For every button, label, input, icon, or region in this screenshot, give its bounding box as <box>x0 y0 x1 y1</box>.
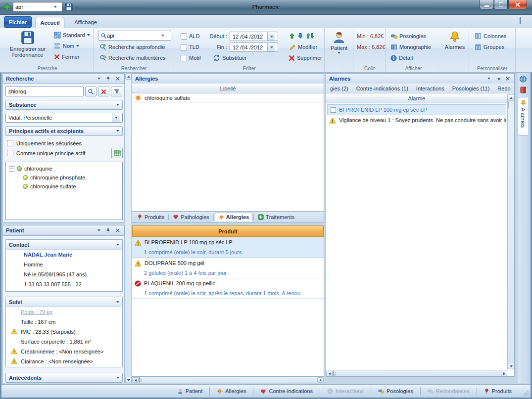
ald-checkbox[interactable]: ALD <box>179 31 201 41</box>
move-down-button[interactable] <box>298 33 303 39</box>
alarmes-autohide-tab[interactable]: Alarmes <box>518 97 528 135</box>
middle-hscrollbar[interactable] <box>132 377 324 383</box>
antecedents-section-bar[interactable]: Antécédents <box>5 373 123 383</box>
resize-grip[interactable] <box>523 390 529 396</box>
chevron-down-icon[interactable] <box>267 43 275 51</box>
tab-produits[interactable]: Produits <box>134 213 167 221</box>
panel-menu-icon[interactable] <box>95 75 102 82</box>
recherche-approfondie-button[interactable]: Recherche approfondie <box>98 42 166 52</box>
standard-button[interactable]: Standard <box>52 30 92 40</box>
tab-interactions[interactable]: Interactions <box>413 85 447 92</box>
ribbon-search-input[interactable] <box>107 33 161 39</box>
status-produits[interactable]: Produits <box>484 388 512 394</box>
libelle-column-header[interactable]: Libellé <box>132 84 324 93</box>
substance-search-box[interactable] <box>5 87 84 96</box>
tab-pathologies[interactable]: Pathologies <box>170 213 212 221</box>
minimize-button[interactable] <box>480 0 493 9</box>
suivi-section-bar[interactable]: Suivi <box>6 297 122 307</box>
poids-row[interactable]: Poids : 79 kg <box>6 307 122 317</box>
search-go-button[interactable] <box>85 87 97 96</box>
save-prescription-button[interactable]: Enregistrer sur l'ordonnance <box>5 30 50 62</box>
collapse-icon[interactable] <box>9 166 14 172</box>
reorder-button[interactable] <box>306 33 314 39</box>
tab-posologies-count[interactable]: Posologies (11) <box>449 85 493 92</box>
product-group[interactable]: DOLIPRANE 500 mg gél 2 gélules (orale) 1… <box>132 258 324 278</box>
groupes-button[interactable]: Groupes <box>473 42 506 52</box>
tab-allergies-count[interactable]: gies (2) <box>327 85 351 92</box>
principes-section-bar[interactable]: Principes actifs et excipients <box>5 126 123 136</box>
substituer-button[interactable]: Substituer <box>212 53 248 63</box>
tab-fichier[interactable]: Fichier <box>4 16 32 28</box>
alarmes-hscrollbar[interactable] <box>326 370 507 376</box>
vidal-globe-icon[interactable] <box>519 75 527 83</box>
scroll-down-button[interactable] <box>508 363 514 369</box>
ribbon-search-box[interactable] <box>98 31 171 41</box>
pin-icon[interactable] <box>104 227 112 234</box>
allergy-row[interactable]: chloroquine sulfate <box>132 93 324 103</box>
alarmes-vscrollbar[interactable] <box>507 94 514 369</box>
move-up-button[interactable] <box>290 33 294 39</box>
product-group[interactable]: BI PROFENID LP 100 mg cp séc LP 1 compri… <box>132 237 324 258</box>
panel-menu-icon[interactable] <box>485 75 492 82</box>
scroll-down-button[interactable] <box>125 377 132 383</box>
chevron-down-icon[interactable] <box>267 32 275 41</box>
status-posologies[interactable]: Posologies <box>378 388 413 394</box>
nom-button[interactable]: Nom <box>52 41 81 51</box>
detail-button[interactable]: Détail <box>389 53 414 63</box>
panel-menu-icon[interactable] <box>95 227 102 234</box>
motif-checkbox[interactable]: Motif <box>179 53 202 63</box>
fin-date-field[interactable]: 12 /04 /2012 <box>230 43 278 52</box>
close-icon[interactable] <box>114 227 121 234</box>
tab-redondances[interactable]: Redo <box>494 85 513 92</box>
tab-traitements[interactable]: Traitements <box>255 213 297 221</box>
autohide-pin-icon[interactable] <box>494 75 502 82</box>
scroll-right-button[interactable] <box>501 371 507 376</box>
chevron-down-icon[interactable] <box>112 113 120 122</box>
tab-accueil[interactable]: Accueil <box>36 17 64 28</box>
tab-allergies[interactable]: Allergies <box>215 213 252 222</box>
alarme-column-header[interactable]: Alarme <box>326 93 507 103</box>
tab-contre-indications-count[interactable]: Contre-indications (1) <box>353 85 411 92</box>
scroll-right-button[interactable] <box>317 377 324 383</box>
alarmes-button[interactable]: Alarmes <box>443 30 466 62</box>
close-icon[interactable] <box>114 75 121 82</box>
monographie-button[interactable]: Monographie <box>389 42 433 52</box>
modifier-button[interactable]: Modifier <box>288 42 319 52</box>
source-combo[interactable]: Vidal, Personnelle <box>5 113 123 123</box>
tree-item-child[interactable]: chloroquine phosphate <box>6 173 122 182</box>
alarm-group-row[interactable]: BI PROFENID LP 100 mg cp séc LP <box>327 104 506 115</box>
status-allergies[interactable]: Allergies <box>217 388 246 394</box>
left-dock-scrollbar[interactable] <box>125 73 131 383</box>
alarm-row[interactable]: Vigilance de niveau 1 : Soyez prudents. … <box>326 115 506 125</box>
supprimer-button[interactable]: Supprimer <box>287 53 324 63</box>
colonnes-button[interactable]: Colonnes <box>473 31 508 41</box>
securisees-checkbox[interactable]: Uniquement les sécurisées <box>7 140 82 146</box>
tree-item-child[interactable]: chloroquine sulfate <box>6 182 122 191</box>
filter-button[interactable] <box>111 87 122 96</box>
table-view-button[interactable] <box>111 148 123 158</box>
close-button[interactable] <box>508 0 527 9</box>
substance-search-input[interactable] <box>8 89 81 94</box>
scroll-thumb[interactable] <box>333 370 334 377</box>
principe-actif-checkbox[interactable]: Comme unique principe actif <box>7 150 85 156</box>
red-book-icon[interactable] <box>519 86 527 94</box>
substance-section-bar[interactable]: Substance <box>5 100 123 110</box>
recherche-multicriteres-button[interactable]: Recherche multicritères <box>98 53 167 63</box>
status-contre-indications[interactable]: Contre-indications <box>260 388 313 394</box>
status-patient[interactable]: Patient <box>177 388 202 394</box>
maximize-button[interactable] <box>494 0 508 9</box>
debut-date-field[interactable]: 12 /04 /2012 <box>230 32 278 41</box>
patient-button[interactable]: Patient <box>327 30 351 63</box>
scroll-up-button[interactable] <box>508 94 514 101</box>
tab-affichage[interactable]: Affichage <box>69 17 102 28</box>
tree-item-root[interactable]: chloroquine <box>6 164 122 173</box>
collapse-icon[interactable] <box>331 107 336 113</box>
scroll-up-button[interactable] <box>125 73 132 80</box>
close-icon[interactable] <box>504 75 511 82</box>
pin-icon[interactable] <box>104 75 112 82</box>
scroll-thumb[interactable] <box>139 377 140 384</box>
product-group[interactable]: PLAQUENIL 200 mg cp pellic 1 comprimé (o… <box>132 278 324 299</box>
fermer-button[interactable]: Fermer <box>52 52 81 62</box>
collapse-ribbon-icon[interactable] <box>520 18 521 24</box>
contact-section-bar[interactable]: Contact <box>6 240 122 250</box>
